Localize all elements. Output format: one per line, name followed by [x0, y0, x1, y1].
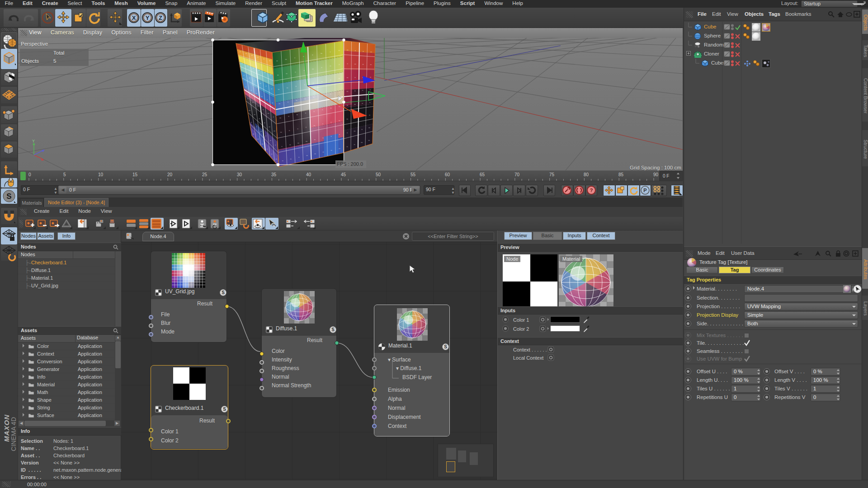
svg-text:70: 70 [514, 172, 520, 177]
svg-text:15: 15 [132, 172, 138, 177]
svg-text:85: 85 [618, 172, 624, 177]
svg-text:25: 25 [202, 172, 208, 177]
svg-text:0: 0 [28, 172, 31, 177]
svg-text:45: 45 [341, 172, 346, 177]
svg-text:?: ? [590, 188, 593, 193]
svg-text:80: 80 [584, 172, 589, 177]
svg-text:5: 5 [63, 172, 66, 177]
svg-text:X: X [132, 14, 136, 21]
svg-text:30: 30 [237, 172, 242, 177]
svg-text:P: P [643, 188, 646, 193]
svg-text:20: 20 [167, 172, 173, 177]
svg-text:65: 65 [480, 172, 485, 177]
svg-text:S: S [444, 344, 447, 349]
svg-text:S: S [222, 290, 225, 295]
svg-text:0 F: 0 F [663, 174, 669, 178]
svg-text:50: 50 [376, 172, 381, 177]
svg-text:Y: Y [32, 139, 35, 143]
svg-text:S: S [223, 407, 226, 412]
svg-text:35: 35 [271, 172, 277, 177]
svg-text:40: 40 [306, 172, 311, 177]
svg-text:Z: Z [159, 14, 162, 21]
svg-text:75: 75 [549, 172, 555, 177]
svg-text:S: S [331, 327, 335, 332]
svg-text:10: 10 [98, 172, 104, 177]
svg-text:55: 55 [410, 172, 416, 177]
svg-text:Y: Y [146, 14, 150, 21]
svg-text:60: 60 [445, 172, 450, 177]
svg-text:S: S [6, 192, 11, 201]
svg-text:90: 90 [653, 172, 659, 177]
